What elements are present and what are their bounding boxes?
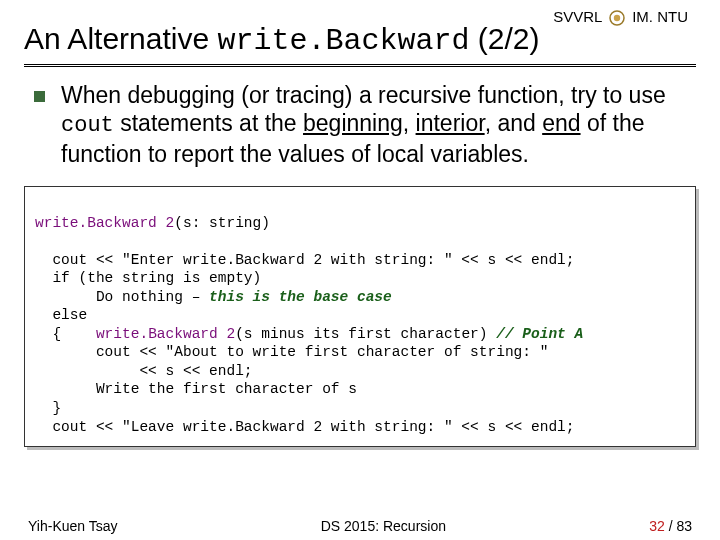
c-l4b: this is the base case [209,289,392,305]
title-pre: An Alternative [24,22,217,55]
title-rule [24,64,696,67]
bullet-item: When debugging (or tracing) a recursive … [34,81,686,168]
bt-c2: , and [485,110,543,136]
code-fn-name: write.Backward 2 [35,215,174,231]
c-l6b: write.Backward 2 [96,326,235,342]
bt-u1: beginning [303,110,403,136]
footer-center: DS 2015: Recursion [321,518,446,534]
title-post: (2/2) [470,22,540,55]
seal-icon [609,10,625,26]
c-l9a: Write the first character of [35,381,348,397]
c-l3: if (the string is empty) [35,270,261,286]
footer-author: Yih-Kuen Tsay [28,518,118,534]
svg-point-1 [614,15,620,21]
body: When debugging (or tracing) a recursive … [0,81,720,168]
title-mono: write.Backward [217,24,469,58]
bullet-text: When debugging (or tracing) a recursive … [61,81,686,168]
org-right: IM. NTU [632,8,688,25]
org-left: SVVRL [553,8,602,25]
c-l5: else [35,307,87,323]
c-l11: cout << "Leave write.Backward 2 with str… [35,419,575,435]
title-rule-wrap [0,64,720,67]
footer: Yih-Kuen Tsay DS 2015: Recursion 32 / 83 [0,518,720,534]
header: SVVRL IM. NTU An Alternative write.Backw… [0,0,720,62]
c-l2: cout << "Enter write.Backward 2 with str… [35,252,575,268]
c-l1b: (s: string) [174,215,270,231]
page-current: 32 [649,518,665,534]
bt2: statements at the [114,110,303,136]
bt-u3: end [542,110,580,136]
bt-c1: , [403,110,416,136]
c-l6a: { [35,326,96,342]
code-box: write.Backward 2(s: string) cout << "Ent… [24,186,696,447]
page-sep: / [665,518,677,534]
slide-title: An Alternative write.Backward (2/2) [24,22,696,62]
c-l8: << s << endl; [35,363,253,379]
bt1: When debugging (or tracing) a recursive … [61,82,666,108]
c-l6d: // Point A [496,326,583,342]
footer-page: 32 / 83 [649,518,692,534]
c-l9b: s [348,381,357,397]
c-l10: } [35,400,61,416]
page-total: 83 [676,518,692,534]
bt-u2: interior [416,110,485,136]
c-l4a: Do nothing – [35,289,209,305]
c-l7: cout << "About to write first character … [35,344,548,360]
c-l6c: (s minus its first character) [235,326,496,342]
bt-mono: cout [61,113,114,138]
bullet-icon [34,91,45,102]
